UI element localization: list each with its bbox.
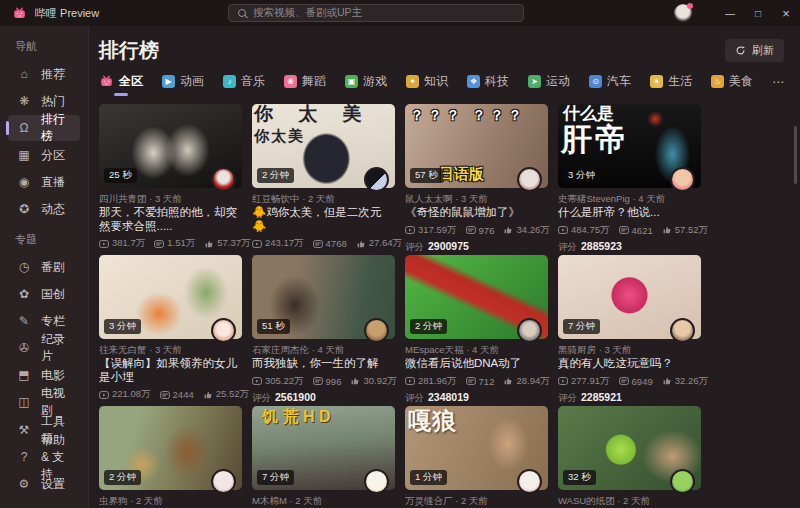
video-title[interactable]: 什么是肝帝？他说...	[558, 206, 701, 220]
video-title[interactable]: 【误解向】如果领养的女儿是小埋	[99, 357, 242, 384]
score-label: 评分	[558, 241, 577, 254]
sidebar-nav-item[interactable]: ◉ 直播	[8, 169, 80, 195]
score-label: 评分	[405, 241, 424, 254]
sidebar-nav-item[interactable]: ✪ 动态	[8, 196, 80, 222]
sidebar-nav-item[interactable]: Ω 排行榜	[8, 115, 80, 141]
ranking-page: 排行榜 刷新 全区 ▶ 动画	[89, 26, 800, 508]
duration-badge: 2 分钟	[410, 319, 447, 334]
sidebar-nav-item[interactable]: ▦ 分区	[8, 142, 80, 168]
sidebar-topic-item[interactable]: ✿ 国创	[8, 281, 80, 307]
uploader-and-date[interactable]: 史蒂猪StevenPig · 4 天前	[558, 193, 701, 204]
category-tab[interactable]: ⋯	[772, 75, 784, 93]
category-tab[interactable]: ➤ 运动	[528, 73, 570, 94]
video-card[interactable]: 51 秒 石家庄周杰伦 · 4 天前 而我独缺，你一生的了解 305.22万 9…	[252, 255, 395, 406]
sidebar-bottom-item[interactable]: ? 帮助 & 支持	[8, 444, 80, 470]
uploader-avatar[interactable]	[670, 469, 695, 494]
video-card[interactable]: 饥 荒 H D 7 分钟 M木棉M · 2 天前 你从未见过的光影版本饥荒！【假…	[252, 406, 395, 508]
uploader-avatar[interactable]	[364, 318, 389, 343]
video-card[interactable]: 嘎狼 1 分钟 万灵缝合厂 · 2 天前 嘎狼II	[405, 406, 548, 508]
uploader-and-date[interactable]: 红豆畅饮中 · 2 天前	[252, 193, 395, 204]
sidebar-bottom-item[interactable]: ⚙ 设置	[8, 471, 80, 497]
duration-badge: 3 分钟	[104, 319, 141, 334]
category-tab[interactable]: ▶ 动画	[162, 73, 204, 94]
video-card[interactable]: 32 秒 WASU的纸团 · 2 天前 百业通才	[558, 406, 701, 508]
video-card[interactable]: 你 太 美 你太美 2 分钟 红豆畅饮中 · 2 天前 🐥鸡你太美，但是二次元🐥…	[252, 104, 395, 255]
play-count: 317.59万	[418, 224, 457, 237]
sidebar-item-icon: ✿	[17, 287, 31, 301]
uploader-and-date[interactable]: 虫界狗 · 2 天前	[99, 495, 242, 506]
score-value: 2900975	[428, 240, 469, 252]
category-tab-label: 运动	[546, 73, 570, 90]
uploader-avatar[interactable]	[364, 469, 389, 494]
category-icon: ♨	[711, 75, 724, 88]
uploader-avatar[interactable]	[211, 318, 236, 343]
uploader-avatar[interactable]	[517, 318, 542, 343]
uploader-and-date[interactable]: WASU的纸团 · 2 天前	[558, 495, 701, 506]
video-title[interactable]: 🐥鸡你太美，但是二次元🐥	[252, 206, 395, 233]
uploader-avatar[interactable]	[364, 167, 389, 192]
sidebar-topic-list: ◷ 番剧 ✿ 国创 ✎ 专栏 ✇ 纪录片	[8, 254, 80, 416]
sidebar-topic-item[interactable]: ◫ 电视剧	[8, 389, 80, 415]
close-button[interactable]: ×	[772, 0, 800, 26]
like-count-icon	[203, 390, 213, 400]
video-card[interactable]: 什么是 肝帝 3 分钟 史蒂猪StevenPig · 4 天前 什么是肝帝？他说…	[558, 104, 701, 255]
category-tab[interactable]: ⊙ 汽车	[589, 73, 631, 94]
video-card[interactable]: 25 秒 四川共青团 · 3 天前 那天，不爱拍照的他，却突然要求合照.....…	[99, 104, 242, 255]
category-tab[interactable]: ▣ 游戏	[345, 73, 387, 94]
refresh-label: 刷新	[752, 43, 774, 58]
video-title[interactable]: 微信看后说他DNA动了	[405, 357, 548, 371]
category-tab[interactable]: ♪ 音乐	[223, 73, 265, 94]
uploader-avatar[interactable]	[517, 469, 542, 494]
video-title[interactable]: 《奇怪的鼠鼠增加了》	[405, 206, 548, 220]
video-title[interactable]: 真的有人吃这玩意吗？	[558, 357, 701, 371]
sidebar-nav-item[interactable]: ⌂ 推荐	[8, 61, 80, 87]
scrollbar-thumb[interactable]	[794, 126, 797, 184]
sidebar-topic-item[interactable]: ◷ 番剧	[8, 254, 80, 280]
maximize-button[interactable]: □	[744, 0, 772, 26]
video-card[interactable]: 2 分钟 虫界狗 · 2 天前 狗子偷腥事件	[99, 406, 242, 508]
uploader-avatar[interactable]	[517, 167, 542, 192]
video-card[interactable]: ？？？ ？？？ 日语版 57 秒 鼠人太太啊 · 3 天前 《奇怪的鼠鼠增加了》…	[405, 104, 548, 255]
category-tab-label: 美食	[729, 73, 753, 90]
page-title: 排行榜	[99, 37, 159, 64]
sidebar-item-icon: ⬒	[17, 368, 31, 382]
category-icon: ♪	[223, 75, 236, 88]
like-count-icon	[503, 225, 513, 235]
category-tabs: 全区 ▶ 动画 ♪ 音乐 ❀ 舞蹈	[99, 73, 784, 94]
video-card[interactable]: 3 分钟 往来无白蟹 · 3 天前 【误解向】如果领养的女儿是小埋 221.08…	[99, 255, 242, 406]
uploader-and-date[interactable]: 石家庄周杰伦 · 4 天前	[252, 344, 395, 355]
uploader-avatar[interactable]	[670, 318, 695, 343]
search-input[interactable]: 搜索视频、番剧或UP主	[228, 4, 524, 22]
uploader-and-date[interactable]: 万灵缝合厂 · 2 天前	[405, 495, 548, 506]
category-tab[interactable]: ♨ 美食	[711, 73, 753, 94]
uploader-avatar[interactable]	[211, 469, 236, 494]
uploader-and-date[interactable]: 黑骑厨房 · 3 天前	[558, 344, 701, 355]
play-count-icon	[405, 376, 415, 386]
uploader-avatar[interactable]	[211, 167, 236, 192]
uploader-and-date[interactable]: 四川共青团 · 3 天前	[99, 193, 242, 204]
video-card[interactable]: 2 分钟 MEspace天福 · 4 天前 微信看后说他DNA动了 281.96…	[405, 255, 548, 406]
uploader-and-date[interactable]: MEspace天福 · 4 天前	[405, 344, 548, 355]
video-stats: 281.96万 712 28.94万	[405, 375, 548, 388]
user-avatar[interactable]	[674, 4, 692, 22]
category-tab[interactable]: ❖ 科技	[467, 73, 509, 94]
like-count: 28.94万	[516, 375, 549, 388]
refresh-button[interactable]: 刷新	[725, 39, 784, 62]
thumbnail-overlay-text: 嘎狼	[408, 408, 456, 434]
play-count-icon	[558, 376, 568, 386]
video-card[interactable]: 7 分钟 黑骑厨房 · 3 天前 真的有人吃这玩意吗？ 277.91万 6949	[558, 255, 701, 406]
play-count-icon	[252, 376, 262, 386]
video-title[interactable]: 那天，不爱拍照的他，却突然要求合照.....	[99, 206, 242, 233]
sidebar-topic-item[interactable]: ✇ 纪录片	[8, 335, 80, 361]
category-tab[interactable]: 全区	[99, 73, 143, 94]
uploader-and-date[interactable]: 往来无白蟹 · 3 天前	[99, 344, 242, 355]
uploader-avatar[interactable]	[670, 167, 695, 192]
uploader-and-date[interactable]: 鼠人太太啊 · 3 天前	[405, 193, 548, 204]
video-title[interactable]: 而我独缺，你一生的了解	[252, 357, 395, 371]
category-tab[interactable]: ✦ 知识	[406, 73, 448, 94]
minimize-button[interactable]: —	[716, 0, 744, 26]
category-tab[interactable]: ❀ 舞蹈	[284, 73, 326, 94]
sidebar-item-icon: ✎	[17, 314, 31, 328]
category-tab[interactable]: ☀ 生活	[650, 73, 692, 94]
uploader-and-date[interactable]: M木棉M · 2 天前	[252, 495, 395, 506]
